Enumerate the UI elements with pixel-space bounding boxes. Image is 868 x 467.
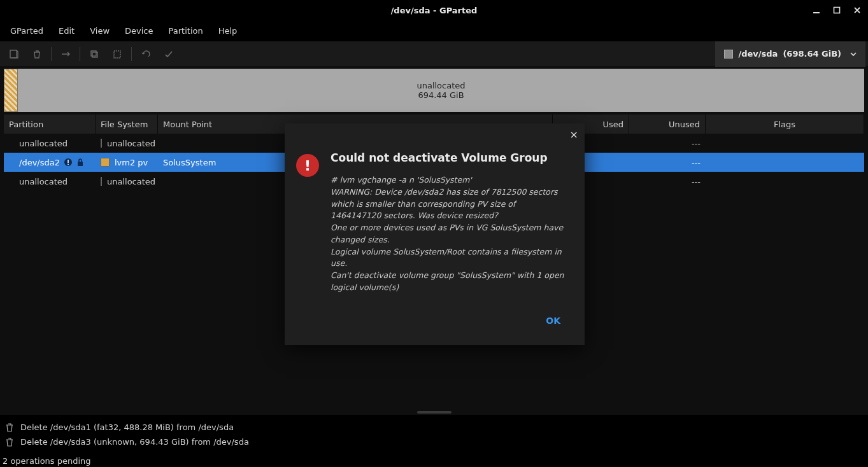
cell-unused: --- <box>692 158 701 167</box>
window-minimize-button[interactable] <box>812 6 821 15</box>
cell-unused: --- <box>692 139 701 148</box>
delete-partition-button[interactable] <box>25 44 48 64</box>
menu-view[interactable]: View <box>82 22 117 39</box>
error-dialog: × ! Could not deactivate Volume Group # … <box>285 123 585 345</box>
col-filesystem[interactable]: File System <box>96 115 158 134</box>
titlebar: /dev/sda - GParted <box>0 0 868 20</box>
disk-icon <box>724 50 733 59</box>
cell-partition: unallocated <box>19 139 68 148</box>
copy-button[interactable] <box>83 44 106 64</box>
trash-icon <box>5 438 14 447</box>
chevron-down-icon <box>850 51 857 57</box>
device-size: (698.64 GiB) <box>783 49 841 59</box>
partition-map[interactable]: unallocated 694.44 GiB <box>4 69 864 112</box>
dialog-ok-button[interactable]: OK <box>538 312 568 330</box>
svg-rect-8 <box>68 164 69 165</box>
resize-move-button[interactable] <box>54 44 77 64</box>
menu-help[interactable]: Help <box>211 22 245 39</box>
device-name: /dev/sda <box>738 49 778 59</box>
menu-partition[interactable]: Partition <box>161 22 211 39</box>
cell-partition: unallocated <box>19 177 68 186</box>
apply-button[interactable] <box>157 44 180 64</box>
paste-button[interactable] <box>106 44 129 64</box>
cell-partition: /dev/sda2 <box>19 158 60 167</box>
dialog-close-button[interactable]: × <box>570 129 578 141</box>
col-unused[interactable]: Unused <box>629 115 706 134</box>
pane-drag-handle[interactable] <box>0 410 868 415</box>
svg-rect-0 <box>813 12 820 13</box>
cell-filesystem: lvm2 pv <box>115 158 148 167</box>
svg-rect-1 <box>834 8 840 13</box>
operation-text: Delete /dev/sda1 (fat32, 488.28 MiB) fro… <box>20 422 234 432</box>
partition-map-slice-sda2[interactable] <box>4 69 18 112</box>
svg-rect-5 <box>114 51 120 58</box>
svg-rect-3 <box>91 51 96 56</box>
cell-filesystem: unallocated <box>107 139 155 148</box>
operation-text: Delete /dev/sda3 (unknown, 694.43 GiB) f… <box>20 437 249 447</box>
window-maximize-button[interactable] <box>832 6 841 15</box>
window-title: /dev/sda - GParted <box>391 6 478 15</box>
cell-filesystem: unallocated <box>107 177 155 186</box>
window-close-button[interactable] <box>853 6 862 15</box>
svg-rect-9 <box>78 162 83 166</box>
error-icon: ! <box>296 154 319 177</box>
cell-mountpoint: SolusSystem <box>163 158 216 167</box>
svg-rect-4 <box>92 52 97 57</box>
operation-item[interactable]: Delete /dev/sda1 (fat32, 488.28 MiB) fro… <box>5 420 863 435</box>
new-partition-button[interactable] <box>3 44 25 64</box>
device-selector[interactable]: /dev/sda (698.64 GiB) <box>715 41 865 67</box>
operations-pane: Delete /dev/sda1 (fat32, 488.28 MiB) fro… <box>0 415 868 454</box>
dialog-message: # lvm vgchange -a n 'SolusSystem' WARNIN… <box>331 174 568 294</box>
map-label: unallocated <box>416 81 465 90</box>
map-size: 694.44 GiB <box>418 90 464 100</box>
col-flags[interactable]: Flags <box>706 115 864 134</box>
statusbar: 2 operations pending <box>0 454 868 467</box>
row-status-icons <box>64 158 84 167</box>
statusbar-text: 2 operations pending <box>3 456 91 466</box>
dialog-title: Could not deactivate Volume Group <box>331 151 568 164</box>
svg-rect-7 <box>68 160 69 163</box>
col-partition[interactable]: Partition <box>4 115 96 134</box>
partition-map-slice-unallocated[interactable]: unallocated 694.44 GiB <box>18 69 864 112</box>
undo-button[interactable] <box>134 44 157 64</box>
toolbar: /dev/sda (698.64 GiB) <box>0 41 868 66</box>
fs-swatch-icon <box>101 177 102 186</box>
menubar: GParted Edit View Device Partition Help <box>0 20 868 41</box>
fs-swatch-icon <box>101 139 102 148</box>
svg-rect-2 <box>10 50 17 58</box>
trash-icon <box>5 423 14 432</box>
operation-item[interactable]: Delete /dev/sda3 (unknown, 694.43 GiB) f… <box>5 435 863 449</box>
fs-swatch-icon <box>101 158 110 167</box>
menu-edit[interactable]: Edit <box>51 22 82 39</box>
menu-gparted[interactable]: GParted <box>3 22 51 39</box>
menu-device[interactable]: Device <box>117 22 160 39</box>
cell-unused: --- <box>692 177 701 186</box>
